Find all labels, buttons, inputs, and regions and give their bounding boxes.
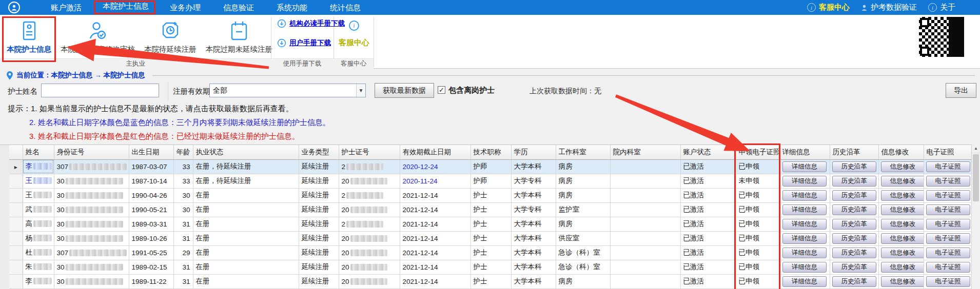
menu-item-hospital-nurse-info[interactable]: 本院护士信息	[95, 0, 156, 15]
row-selector-cell[interactable]: ▸	[9, 274, 23, 288]
column-header[interactable]: 工作科室	[556, 145, 610, 159]
history-button[interactable]: 历史沿革	[832, 161, 876, 172]
ecert-button[interactable]: 电子证照	[926, 262, 970, 273]
column-header[interactable]: 姓名	[23, 145, 54, 159]
scrollbar-thumb[interactable]	[973, 154, 979, 201]
detail-button[interactable]: 详细信息	[782, 262, 827, 273]
menu-item-statistics[interactable]: 统计信息	[319, 0, 372, 15]
column-header[interactable]: 出生日期	[129, 145, 173, 159]
include-offpost-checkbox[interactable]: ✓	[438, 86, 445, 94]
modify-button[interactable]: 信息修改	[881, 262, 924, 273]
detail-button[interactable]: 详细信息	[782, 161, 827, 172]
modify-button[interactable]: 信息修改	[881, 161, 924, 172]
column-header[interactable]: 有效期截止日期	[400, 145, 471, 159]
ribbon-item-expired-not-renewed[interactable]: 本院过期未延续注册	[201, 17, 278, 54]
scroll-up-arrow[interactable]: ▲	[972, 144, 980, 153]
detail-button[interactable]: 详细信息	[782, 219, 827, 230]
detail-button[interactable]: 详细信息	[782, 190, 827, 201]
column-header[interactable]: 年龄	[173, 145, 193, 159]
history-button[interactable]: 历史沿革	[832, 204, 876, 215]
ribbon-item-nurse-info-review[interactable]: 本院护士信息修改审核	[56, 17, 140, 54]
menu-item-account-activation[interactable]: 账户激活	[40, 0, 93, 15]
modify-button[interactable]: 信息修改	[881, 276, 924, 287]
menu-item-system-functions[interactable]: 系统功能	[265, 0, 319, 15]
fetch-latest-data-button[interactable]: 获取最新数据	[375, 83, 434, 98]
column-header[interactable]	[9, 145, 23, 159]
ecert-button[interactable]: 电子证照	[926, 190, 970, 201]
ecert-button[interactable]: 电子证照	[926, 247, 970, 258]
modify-button[interactable]: 信息修改	[881, 190, 924, 201]
column-header[interactable]: 详细信息	[779, 145, 830, 159]
row-selector-cell[interactable]: ▸	[9, 188, 23, 202]
row-selector-cell[interactable]: ▸	[9, 217, 23, 231]
row-selector-cell[interactable]: ▸	[9, 231, 23, 245]
history-button[interactable]: 历史沿革	[832, 176, 876, 187]
modify-button[interactable]: 信息修改	[881, 204, 924, 215]
detail-button[interactable]: 详细信息	[782, 204, 827, 215]
table-row[interactable]: ▸ 李 30 1989-11-22 31 在册 延续注册 20 2021-12-…	[9, 274, 971, 288]
history-button[interactable]: 历史沿革	[832, 247, 876, 258]
hint-line-3: 3. 姓名和截止日期字体颜色是红色的信息：已经过期未做延续注册的护士信息。	[29, 132, 300, 141]
service-center-link[interactable]: i 客服中心	[807, 3, 850, 12]
column-header[interactable]: 账户状态	[680, 145, 736, 159]
ecert-button[interactable]: 电子证照	[926, 161, 970, 172]
table-row[interactable]: ▸ 高 30 1989-03-31 31 在册 延续注册 2 2021-12-1…	[9, 217, 971, 231]
ecert-button[interactable]: 电子证照	[926, 219, 970, 230]
table-row[interactable]: ▸ 武 30 1990-05-21 30 在册 延续注册 20 2021-12-…	[9, 202, 971, 217]
column-header[interactable]: 历史沿革	[830, 145, 878, 159]
table-row[interactable]: ▸ 李 307 1987-03-07 33 在册，待延续注册 延续注册 2 20…	[9, 159, 971, 174]
row-selector-cell[interactable]: ▸	[9, 159, 23, 174]
table-row[interactable]: ▸ 王 30 1987-10-14 33 在册，待延续注册 延续注册 20 20…	[9, 174, 971, 188]
ecert-button[interactable]: 电子证照	[926, 276, 970, 287]
column-header[interactable]: 申领电子证照	[736, 145, 779, 159]
detail-button[interactable]: 详细信息	[782, 176, 827, 187]
column-header[interactable]: 信息修改	[878, 145, 924, 159]
column-header[interactable]: 电子证照	[924, 145, 971, 159]
menu-item-business[interactable]: 业务办理	[159, 0, 212, 15]
modify-button[interactable]: 信息修改	[881, 233, 924, 244]
table-row[interactable]: ▸ 杨 30 1989-10-26 31 在册 延续注册 20 2021-12-…	[9, 231, 971, 245]
column-header[interactable]: 学历	[511, 145, 556, 159]
id-number-cell: 30	[54, 260, 129, 274]
column-header[interactable]: 业务类型	[299, 145, 339, 159]
history-button[interactable]: 历史沿革	[832, 262, 876, 273]
name-cell: 王	[23, 188, 54, 202]
column-header[interactable]: 技术职称	[471, 145, 511, 159]
history-button[interactable]: 历史沿革	[832, 190, 876, 201]
table-row[interactable]: ▸ 王 30 1990-04-26 30 在册 延续注册 2 2021-12-1…	[9, 188, 971, 202]
detail-button[interactable]: 详细信息	[782, 233, 827, 244]
detail-button[interactable]: 详细信息	[782, 247, 827, 258]
column-header[interactable]: 院内科室	[610, 145, 680, 159]
column-header[interactable]: 护士证号	[339, 145, 400, 159]
table-row[interactable]: ▸ 朱 30 1989-02-15 31 在册 延续注册 20 2021-12-…	[9, 260, 971, 274]
vertical-scrollbar[interactable]: ▲	[971, 144, 980, 289]
registration-validity-select[interactable]: 全部 ▼	[209, 84, 366, 97]
ribbon-item-pending-renewal[interactable]: 本院待延续注册	[140, 17, 201, 54]
history-button[interactable]: 历史沿革	[832, 219, 876, 230]
chevron-down-icon[interactable]: ▼	[356, 84, 365, 97]
modify-button[interactable]: 信息修改	[881, 219, 924, 230]
exam-data-validate-link[interactable]: 护考数据验证	[861, 3, 917, 12]
nurse-name-input[interactable]	[41, 84, 159, 97]
row-selector-cell[interactable]: ▸	[9, 245, 23, 260]
column-header[interactable]: 身份证号	[54, 145, 129, 159]
ecert-button[interactable]: 电子证照	[926, 233, 970, 244]
ecert-button[interactable]: 电子证照	[926, 204, 970, 215]
history-button[interactable]: 历史沿革	[832, 276, 876, 287]
modify-button[interactable]: 信息修改	[881, 176, 924, 187]
table-row[interactable]: ▸ 杜 307 1991-05-25 29 在册 延续注册 20 2021-12…	[9, 245, 971, 260]
about-link[interactable]: i 关于	[928, 3, 955, 12]
row-selector-cell[interactable]: ▸	[9, 202, 23, 217]
ecert-button[interactable]: 电子证照	[926, 176, 970, 187]
modify-button[interactable]: 信息修改	[881, 247, 924, 258]
export-button[interactable]: 导出	[946, 83, 976, 98]
history-button[interactable]: 历史沿革	[832, 233, 876, 244]
row-selector-cell[interactable]: ▸	[9, 174, 23, 188]
detail-button[interactable]: 详细信息	[782, 276, 827, 287]
service-center-ribbon[interactable]: i 客服中心	[335, 19, 374, 48]
row-selector-cell[interactable]: ▸	[9, 260, 23, 274]
menu-item-info-validation[interactable]: 信息验证	[212, 0, 265, 15]
ribbon-item-hospital-nurse-info[interactable]: 本院护士信息	[2, 17, 56, 54]
column-header[interactable]: 执业状态	[193, 145, 299, 159]
user-avatar[interactable]	[8, 2, 20, 13]
